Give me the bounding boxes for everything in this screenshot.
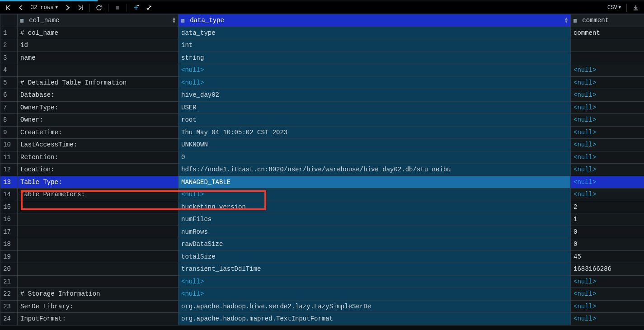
cell[interactable]: # col_name — [18, 27, 179, 39]
column-header-col-name[interactable]: ▦col_name ▲▼ — [18, 14, 179, 27]
cell[interactable] — [18, 238, 179, 251]
pin-button[interactable] — [143, 3, 154, 13]
row-number[interactable]: 20 — [0, 263, 18, 276]
prev-page-button[interactable] — [15, 3, 26, 13]
cell[interactable]: MANAGED_TABLE — [179, 176, 571, 189]
row-number[interactable]: 24 — [0, 313, 18, 325]
cell[interactable]: totalSize — [179, 250, 571, 263]
cell[interactable]: 2 — [571, 201, 644, 213]
table-row[interactable]: 16numFiles1 — [0, 213, 644, 226]
cell[interactable]: <null> — [571, 300, 644, 313]
cell[interactable]: 0 — [571, 238, 644, 251]
row-number[interactable]: 16 — [0, 213, 18, 226]
row-number[interactable]: 14 — [0, 189, 18, 201]
cell[interactable]: <null> — [571, 288, 644, 301]
table-row[interactable]: 7OwnerType:USER<null> — [0, 101, 644, 114]
cell[interactable]: <null> — [571, 89, 644, 102]
cell[interactable]: string — [179, 52, 571, 64]
cell[interactable]: Location: — [18, 164, 179, 176]
cell[interactable]: <null> — [571, 76, 644, 89]
table-row[interactable]: 18rawDataSize0 — [0, 238, 644, 251]
row-number[interactable]: 17 — [0, 226, 18, 238]
table-row[interactable]: 9CreateTime:Thu May 04 10:05:02 CST 2023… — [0, 126, 644, 139]
cell[interactable]: 0 — [571, 226, 644, 238]
cell[interactable]: <null> — [571, 126, 644, 139]
row-number[interactable]: 8 — [0, 114, 18, 127]
row-number[interactable]: 22 — [0, 288, 18, 301]
cell[interactable]: <null> — [571, 114, 644, 127]
row-number[interactable]: 7 — [0, 101, 18, 114]
row-number[interactable]: 2 — [0, 39, 18, 52]
table-row[interactable]: 23SerDe Library:org.apache.hadoop.hive.s… — [0, 300, 644, 313]
row-number[interactable]: 4 — [0, 64, 18, 77]
cell[interactable]: <null> — [179, 189, 571, 201]
table-row[interactable]: 13Table Type:MANAGED_TABLE<null> — [0, 176, 644, 189]
cell[interactable] — [18, 263, 179, 276]
cell[interactable]: UNKNOWN — [179, 139, 571, 151]
column-header-comment[interactable]: ▦comment — [571, 14, 644, 27]
table-row[interactable]: 20transient_lastDdlTime1683166286 — [0, 263, 644, 276]
row-number[interactable]: 3 — [0, 52, 18, 64]
cell[interactable]: hive_day02 — [179, 89, 571, 102]
table-row[interactable]: 22# Storage Information<null><null> — [0, 288, 644, 301]
cell[interactable]: <null> — [571, 139, 644, 151]
result-grid[interactable]: ▦col_name ▲▼ ▦data_type ▲▼ ▦comment 1# c… — [0, 14, 644, 325]
cell[interactable]: numFiles — [179, 213, 571, 226]
cell[interactable]: Owner: — [18, 114, 179, 127]
cell[interactable]: 1 — [571, 213, 644, 226]
cell[interactable]: id — [18, 39, 179, 52]
cell[interactable]: Thu May 04 10:05:02 CST 2023 — [179, 126, 571, 139]
cell[interactable]: int — [179, 39, 571, 52]
cell[interactable]: <null> — [571, 275, 644, 288]
row-number[interactable]: 12 — [0, 164, 18, 176]
table-row[interactable]: 5# Detailed Table Information<null><null… — [0, 76, 644, 89]
cell[interactable]: <null> — [179, 64, 571, 77]
table-row[interactable]: 14Table Parameters:<null><null> — [0, 189, 644, 201]
row-number[interactable]: 9 — [0, 126, 18, 139]
row-number[interactable]: 1 — [0, 27, 18, 39]
table-row[interactable]: 8Owner:root<null> — [0, 114, 644, 127]
row-number[interactable]: 10 — [0, 139, 18, 151]
gutter-header[interactable] — [0, 14, 18, 27]
cell[interactable] — [18, 250, 179, 263]
cell[interactable]: 0 — [179, 151, 571, 164]
cell[interactable]: <null> — [571, 164, 644, 176]
row-number[interactable]: 21 — [0, 275, 18, 288]
cell[interactable]: OwnerType: — [18, 101, 179, 114]
table-row[interactable]: 21<null><null> — [0, 275, 644, 288]
cell[interactable]: bucketing_version — [179, 201, 571, 213]
cell[interactable]: <null> — [571, 176, 644, 189]
cell[interactable]: rawDataSize — [179, 238, 571, 251]
row-number[interactable]: 15 — [0, 201, 18, 213]
sort-icon[interactable]: ▲▼ — [173, 17, 175, 24]
first-page-button[interactable] — [3, 3, 14, 13]
row-number[interactable]: 19 — [0, 250, 18, 263]
cell[interactable]: data_type — [179, 27, 571, 39]
row-number[interactable]: 11 — [0, 151, 18, 164]
cell[interactable]: CreateTime: — [18, 126, 179, 139]
sort-icon[interactable]: ▲▼ — [565, 17, 568, 24]
cell[interactable]: org.apache.hadoop.mapred.TextInputFormat — [179, 313, 571, 325]
cell[interactable]: <null> — [571, 101, 644, 114]
cell[interactable]: org.apache.hadoop.hive.serde2.lazy.LazyS… — [179, 300, 571, 313]
cell[interactable] — [18, 213, 179, 226]
refresh-button[interactable] — [94, 3, 104, 13]
column-header-data-type[interactable]: ▦data_type ▲▼ — [179, 14, 571, 27]
cell[interactable]: <null> — [179, 275, 571, 288]
download-button[interactable] — [630, 3, 641, 13]
cell[interactable]: # Storage Information — [18, 288, 179, 301]
cell[interactable]: SerDe Library: — [18, 300, 179, 313]
table-row[interactable]: 11Retention:0<null> — [0, 151, 644, 164]
cell[interactable]: root — [179, 114, 571, 127]
cell[interactable] — [571, 52, 644, 64]
cell[interactable]: <null> — [571, 64, 644, 77]
table-row[interactable]: 2idint — [0, 39, 644, 52]
table-row[interactable]: 12Location:hdfs://node1.itcast.cn:8020/u… — [0, 164, 644, 176]
table-row[interactable]: 15bucketing_version2 — [0, 201, 644, 213]
cell[interactable]: Table Type: — [18, 176, 179, 189]
cell[interactable]: Table Parameters: — [18, 189, 179, 201]
row-number[interactable]: 23 — [0, 300, 18, 313]
table-row[interactable]: 6Database:hive_day02<null> — [0, 89, 644, 102]
cell[interactable]: LastAccessTime: — [18, 139, 179, 151]
cell[interactable]: Database: — [18, 89, 179, 102]
